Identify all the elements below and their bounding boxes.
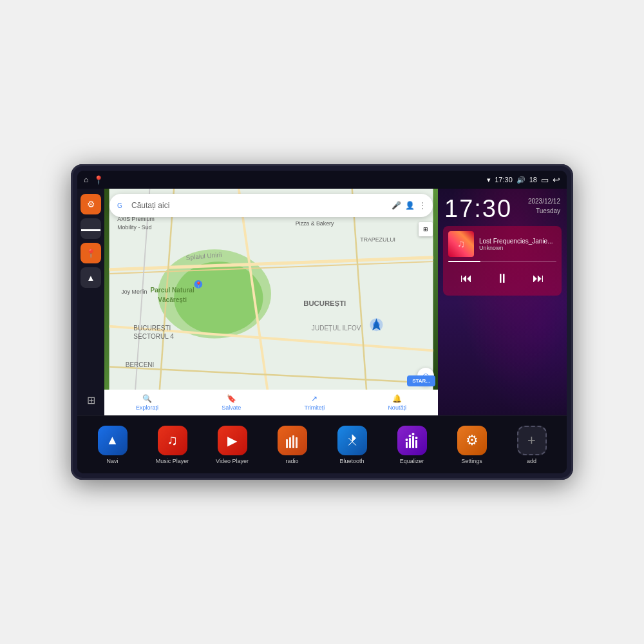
navi-label: Navi (106, 458, 118, 464)
explore-label: Explorați (136, 404, 158, 411)
car-head-unit: ⌂ 📍 ▾ 17:30 🔊 18 ▭ ↩ ⚙ ▬▬▬ (71, 164, 573, 480)
next-track-button[interactable]: ⏭ (529, 269, 548, 288)
google-maps-logo: G (116, 200, 128, 211)
bottom-app-bar: ▲ Navi ♫ Music Player ▶ Video Player (77, 415, 567, 473)
music-section: ♫ Lost Frequencies_Janie... Unknown (438, 226, 567, 415)
album-art: ♫ (448, 231, 474, 257)
navigation-icon: ▲ (87, 273, 95, 283)
date-display: 2023/12/12 Tuesday (528, 196, 560, 216)
app-add[interactable]: + add (502, 422, 562, 468)
wifi-icon: ▾ (487, 176, 491, 184)
share-icon: ↗ (311, 394, 317, 403)
status-time: 17:30 (495, 176, 513, 184)
screen: ⌂ 📍 ▾ 17:30 🔊 18 ▭ ↩ ⚙ ▬▬▬ (77, 171, 567, 473)
svg-rect-37 (412, 436, 414, 448)
date-value: 2023/12/12 (528, 196, 560, 206)
bell-icon: 🔔 (392, 394, 402, 403)
svg-rect-31 (286, 439, 288, 448)
plus-icon: + (527, 432, 536, 449)
sidebar-item-maps[interactable]: 📍 (80, 243, 101, 263)
app-navi[interactable]: ▲ Navi (82, 422, 142, 468)
music-controls: ⏮ ⏸ ⏭ (448, 266, 556, 290)
back-icon[interactable]: ↩ (553, 175, 560, 185)
sidebar-item-settings[interactable]: ⚙ (80, 194, 101, 214)
start-navigation-button[interactable]: STAR... (407, 375, 435, 386)
video-player-label: Video Player (216, 458, 249, 464)
map-layers-button[interactable]: ⊞ (419, 222, 433, 236)
settings-icon: ⚙ (87, 199, 95, 209)
volume-icon: 🔊 (516, 176, 526, 184)
video-player-icon: ▶ (227, 433, 237, 448)
main-content: ⚙ ▬▬▬ 📍 ▲ ⊞ (77, 189, 567, 415)
maps-search-placeholder: Căutați aici (131, 201, 388, 210)
svg-text:G: G (117, 202, 122, 209)
music-player-icon-box: ♫ (158, 426, 187, 455)
app-radio[interactable]: radio (262, 422, 322, 468)
song-artist: Unknown (479, 245, 556, 251)
pause-button[interactable]: ⏸ (493, 269, 512, 288)
maps-search-bar[interactable]: G Căutați aici 🎤 👤 ⋮ (109, 194, 433, 217)
sidebar-grid-button[interactable]: ⊞ (80, 390, 101, 410)
grid-icon: ⊞ (87, 394, 95, 406)
app-video-player[interactable]: ▶ Video Player (202, 422, 262, 468)
more-icon[interactable]: ⋮ (419, 201, 426, 210)
updates-label: Noutăți (388, 404, 406, 411)
svg-point-39 (405, 439, 408, 441)
svg-rect-35 (406, 442, 408, 448)
music-progress-fill (448, 261, 480, 262)
bluetooth-icon-box (337, 426, 367, 455)
maps-search-icons: 🎤 👤 ⋮ (392, 201, 426, 210)
maps-updates-tab[interactable]: 🔔 Noutăți (388, 394, 406, 411)
center-area: Splaiul Unirii Parcul Natural Văcărești … (104, 189, 438, 415)
navi-icon-box: ▲ (98, 426, 128, 455)
music-text: Lost Frequencies_Janie... Unknown (479, 238, 556, 251)
battery-icon: ▭ (541, 175, 549, 185)
svg-rect-32 (289, 437, 291, 448)
sidebar-item-files[interactable]: ▬▬▬ (80, 218, 101, 239)
battery-level: 18 (529, 176, 537, 184)
svg-point-40 (408, 435, 411, 437)
microphone-icon[interactable]: 🎤 (392, 201, 401, 210)
music-player-label: Music Player (156, 458, 189, 464)
app-settings[interactable]: ⚙ Settings (442, 422, 502, 468)
radio-icon-box (278, 426, 307, 455)
settings-label: Settings (461, 458, 482, 464)
maps-bottom-bar: 🔍 Explorați 🔖 Salvate ↗ Trimiteți (104, 390, 438, 415)
song-title: Lost Frequencies_Janie... (479, 238, 556, 245)
location-pin-icon: 📍 (86, 249, 96, 258)
svg-rect-33 (292, 435, 294, 448)
svg-point-41 (412, 433, 414, 435)
maps-explore-tab[interactable]: 🔍 Explorați (136, 394, 158, 411)
radio-waves-icon (285, 433, 300, 448)
map-container[interactable]: Splaiul Unirii Parcul Natural Văcărești … (104, 189, 438, 415)
maps-status-icon[interactable]: 📍 (93, 175, 104, 185)
maps-saved-tab[interactable]: 🔖 Salvate (222, 394, 241, 411)
status-right-icons: ▾ 17:30 🔊 18 ▭ ↩ (487, 175, 560, 185)
status-bar: ⌂ 📍 ▾ 17:30 🔊 18 ▭ ↩ (77, 171, 567, 189)
equalizer-label: Equalizer (400, 458, 424, 464)
share-label: Trimiteți (305, 404, 325, 411)
explore-icon: 🔍 (142, 394, 152, 403)
svg-rect-38 (415, 440, 417, 448)
svg-rect-36 (409, 438, 411, 448)
layers-icon: ⊞ (423, 226, 428, 232)
account-icon[interactable]: 👤 (405, 201, 415, 210)
settings-icon-box: ⚙ (457, 426, 487, 455)
svg-point-42 (415, 437, 417, 439)
prev-track-button[interactable]: ⏮ (457, 269, 476, 288)
add-icon-box: + (517, 426, 547, 455)
app-equalizer[interactable]: Equalizer (382, 422, 442, 468)
music-card: ♫ Lost Frequencies_Janie... Unknown (443, 226, 562, 296)
music-progress-bar[interactable] (448, 261, 556, 262)
svg-rect-34 (296, 437, 298, 448)
home-icon[interactable]: ⌂ (84, 175, 88, 184)
clock-display: 17:30 (444, 196, 512, 221)
maps-share-tab[interactable]: ↗ Trimiteți (305, 394, 325, 411)
files-icon: ▬▬▬ (81, 225, 100, 232)
equalizer-bars-icon (404, 433, 420, 448)
app-music-player[interactable]: ♫ Music Player (142, 422, 202, 468)
app-bluetooth[interactable]: Bluetooth (322, 422, 382, 468)
status-left-icons: ⌂ 📍 (84, 175, 104, 185)
equalizer-icon-box (397, 426, 427, 455)
sidebar-item-navigation[interactable]: ▲ (80, 267, 101, 288)
